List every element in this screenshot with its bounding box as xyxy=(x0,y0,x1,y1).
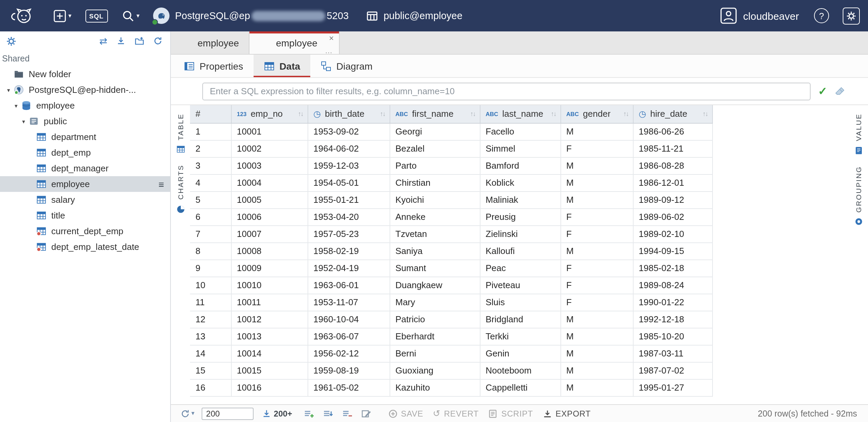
row-number-cell[interactable]: 13 xyxy=(190,328,231,345)
table-row[interactable]: 8 10008 1958-02-19 Saniya Kalloufi M 199… xyxy=(190,242,712,259)
cell-hire-date[interactable]: 1989-08-24 xyxy=(633,277,712,294)
cell-hire-date[interactable]: 1990-01-22 xyxy=(633,294,712,311)
cell-birth-date[interactable]: 1959-08-19 xyxy=(308,362,390,379)
row-number-cell[interactable]: 14 xyxy=(190,345,231,362)
table-row[interactable]: 6 10006 1953-04-20 Anneke Preusig F 1989… xyxy=(190,208,712,225)
cell-first-name[interactable]: Saniya xyxy=(390,242,480,259)
sort-icon[interactable]: ↑↓ xyxy=(623,110,628,118)
duplicate-row-icon[interactable] xyxy=(321,407,335,420)
cell-first-name[interactable]: Bezalel xyxy=(390,140,480,157)
cell-gender[interactable]: F xyxy=(560,208,633,225)
subtab[interactable]: Diagram xyxy=(310,55,383,77)
tree-item[interactable]: ▾ employee ≡ xyxy=(0,98,170,113)
sort-icon[interactable]: ↑↓ xyxy=(470,110,475,118)
cell-gender[interactable]: F xyxy=(560,294,633,311)
cell-last-name[interactable]: Facello xyxy=(480,123,560,140)
cell-last-name[interactable]: Preusig xyxy=(480,208,560,225)
cell-hire-date[interactable]: 1986-06-26 xyxy=(633,123,712,140)
cell-birth-date[interactable]: 1954-05-01 xyxy=(308,174,390,191)
panel-tab-grouping[interactable]: GROUPING xyxy=(854,166,863,226)
editor-tab[interactable]: employee × … xyxy=(249,31,340,54)
cell-first-name[interactable]: Kyoichi xyxy=(390,191,480,208)
sort-icon[interactable]: ↑↓ xyxy=(380,110,385,118)
footer-action-button[interactable]: ↺ SCRIPT xyxy=(488,409,533,418)
cell-last-name[interactable]: Peac xyxy=(480,259,560,277)
cell-emp-no[interactable]: 10011 xyxy=(231,294,308,311)
tree-item[interactable]: ▾ public ≡ xyxy=(0,113,170,129)
tree-item[interactable]: salary ≡ xyxy=(0,192,170,208)
cell-last-name[interactable]: Nooteboom xyxy=(480,362,560,379)
cell-gender[interactable]: M xyxy=(560,311,633,328)
delete-row-icon[interactable] xyxy=(340,407,354,420)
table-row[interactable]: 14 10014 1956-02-12 Berni Genin M 1987-0… xyxy=(190,345,712,362)
column-header[interactable]: ABC last_name ↑↓ xyxy=(480,105,560,123)
cell-emp-no[interactable]: 10009 xyxy=(231,259,308,277)
expand-chevron-icon[interactable]: ▾ xyxy=(12,102,21,109)
cell-gender[interactable]: F xyxy=(560,140,633,157)
cell-first-name[interactable]: Kazuhito xyxy=(390,379,480,396)
cell-hire-date[interactable]: 1986-12-01 xyxy=(633,174,712,191)
cell-hire-date[interactable]: 1987-03-11 xyxy=(633,345,712,362)
tree-item[interactable]: department ≡ xyxy=(0,129,170,145)
row-number-cell[interactable]: 7 xyxy=(190,225,231,242)
table-row[interactable]: 4 10004 1954-05-01 Chirstian Koblick M 1… xyxy=(190,174,712,191)
tree-item[interactable]: ▾ PostgreSQL@ep-hidden-... ≡ xyxy=(0,82,170,98)
cell-birth-date[interactable]: 1952-04-19 xyxy=(308,259,390,277)
table-row[interactable]: 7 10007 1957-05-23 Tzvetan Zielinski F 1… xyxy=(190,225,712,242)
refresh-tree-button[interactable] xyxy=(153,36,163,46)
subtab[interactable]: Data xyxy=(254,55,311,77)
cell-emp-no[interactable]: 10016 xyxy=(231,379,308,396)
cell-emp-no[interactable]: 10007 xyxy=(231,225,308,242)
cell-birth-date[interactable]: 1961-05-02 xyxy=(308,379,390,396)
cell-birth-date[interactable]: 1953-09-02 xyxy=(308,123,390,140)
table-row[interactable]: 5 10005 1955-01-21 Kyoichi Maliniak M 19… xyxy=(190,191,712,208)
collapse-all-button[interactable] xyxy=(116,36,126,46)
table-row[interactable]: 11 10011 1953-11-07 Mary Sluis F 1990-01… xyxy=(190,294,712,311)
sync-selection-button[interactable]: ⇄ xyxy=(99,36,107,46)
cell-last-name[interactable]: Terkki xyxy=(480,328,560,345)
cell-hire-date[interactable]: 1989-02-10 xyxy=(633,225,712,242)
cell-emp-no[interactable]: 10015 xyxy=(231,362,308,379)
expand-chevron-icon[interactable]: ▾ xyxy=(4,86,13,93)
row-number-cell[interactable]: 12 xyxy=(190,311,231,328)
add-row-icon[interactable] xyxy=(302,407,315,420)
cell-birth-date[interactable]: 1964-06-02 xyxy=(308,140,390,157)
cell-gender[interactable]: M xyxy=(560,123,633,140)
cell-hire-date[interactable]: 1987-07-02 xyxy=(633,362,712,379)
sort-icon[interactable]: ↑↓ xyxy=(551,110,556,118)
cell-emp-no[interactable]: 10003 xyxy=(231,157,308,174)
row-number-cell[interactable]: 16 xyxy=(190,379,231,396)
table-row[interactable]: 1 10001 1953-09-02 Georgi Facello M 1986… xyxy=(190,123,712,140)
table-row[interactable]: 10 10010 1963-06-01 Duangkaew Piveteau F… xyxy=(190,277,712,294)
cell-first-name[interactable]: Berni xyxy=(390,345,480,362)
presentation-tab-table[interactable]: TABLE xyxy=(176,113,185,154)
cell-hire-date[interactable]: 1989-09-12 xyxy=(633,191,712,208)
cell-gender[interactable]: F xyxy=(560,225,633,242)
table-row[interactable]: 9 10009 1952-04-19 Sumant Peac F 1985-02… xyxy=(190,259,712,277)
cell-first-name[interactable]: Parto xyxy=(390,157,480,174)
column-header[interactable]: ◷ birth_date ↑↓ xyxy=(308,105,390,123)
cell-hire-date[interactable]: 1985-02-18 xyxy=(633,259,712,277)
cell-birth-date[interactable]: 1956-02-12 xyxy=(308,345,390,362)
close-icon[interactable]: × xyxy=(329,33,334,43)
cell-hire-date[interactable]: 1992-12-18 xyxy=(633,311,712,328)
cell-hire-date[interactable]: 1994-09-15 xyxy=(633,242,712,259)
cell-emp-no[interactable]: 10006 xyxy=(231,208,308,225)
panel-tab-value[interactable]: VALUE xyxy=(854,113,863,155)
connection-selector[interactable]: PostgreSQL@ep5203 xyxy=(153,8,349,24)
footer-action-button[interactable]: ↺ EXPORT xyxy=(543,409,591,418)
cell-gender[interactable]: F xyxy=(560,259,633,277)
item-menu-icon[interactable]: ≡ xyxy=(159,179,164,189)
tab-menu-dots-icon[interactable]: … xyxy=(325,46,333,55)
settings-button[interactable] xyxy=(843,7,860,24)
tree-item[interactable]: employee ≡ xyxy=(0,176,170,192)
cell-gender[interactable]: F xyxy=(560,277,633,294)
cell-emp-no[interactable]: 10008 xyxy=(231,242,308,259)
connection-search-button[interactable]: ▾ xyxy=(121,9,139,22)
cell-birth-date[interactable]: 1960-10-04 xyxy=(308,311,390,328)
cell-emp-no[interactable]: 10012 xyxy=(231,311,308,328)
cloudbeaver-logo[interactable] xyxy=(8,5,38,26)
cell-emp-no[interactable]: 10004 xyxy=(231,174,308,191)
table-row[interactable]: 3 10003 1959-12-03 Parto Bamford M 1986-… xyxy=(190,157,712,174)
cell-last-name[interactable]: Simmel xyxy=(480,140,560,157)
